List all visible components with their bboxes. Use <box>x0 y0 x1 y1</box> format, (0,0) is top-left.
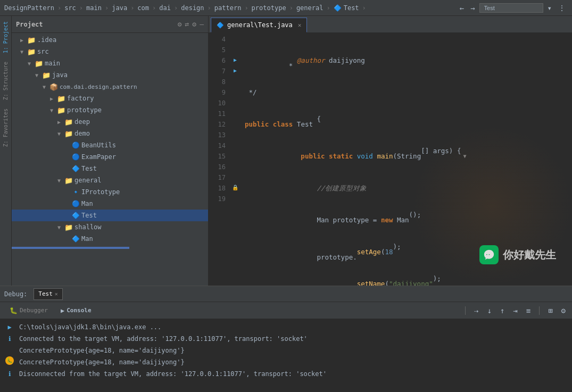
tree-item-factory[interactable]: ▶ 📁 factory <box>12 93 208 104</box>
console-line-output2: 🐛 ConcretePrototype{age=18, name='daijiy… <box>4 356 568 368</box>
debug-label: Debug: <box>4 290 27 298</box>
tree-item-src[interactable]: ▼ 📁 src <box>12 46 208 57</box>
eval-icon[interactable]: ≡ <box>524 305 533 316</box>
debug-tab-close[interactable]: ✕ <box>55 291 58 297</box>
toolbar-separator <box>465 306 466 315</box>
settings-icon[interactable]: ⚙ <box>559 305 568 316</box>
code-line-7: public static void main(String[] args) {… <box>241 151 572 162</box>
breadcrumb-src[interactable]: src <box>64 4 76 12</box>
nav-back-icon[interactable]: ← <box>458 4 466 12</box>
run-gutter-icon[interactable]: ▶ <box>234 57 237 63</box>
breadcrumb-test[interactable]: Test <box>344 4 359 12</box>
editor-tab-bar: 🔷 general\Test.java ✕ <box>209 16 572 33</box>
package-icon: 📦 <box>49 83 58 91</box>
breadcrumb-general[interactable]: general <box>296 4 324 12</box>
side-tab-panel: 1: Project Z: Structure Z: Favorites <box>0 16 12 286</box>
step-over-icon[interactable]: ⇢ <box>472 305 480 316</box>
gutter-4 <box>230 33 241 44</box>
annotation: @author <box>297 55 325 66</box>
tree-item-general[interactable]: ▼ 📁 general <box>12 174 208 186</box>
method-main: main <box>377 151 393 162</box>
tree-item-deep[interactable]: ▶ 📁 deep <box>12 116 208 128</box>
tab-close-button[interactable]: ✕ <box>298 22 302 29</box>
subtab-debugger-label: Debugger <box>20 307 48 314</box>
run-gutter-icon[interactable]: ▶ <box>234 68 237 73</box>
tree-item-test-demo[interactable]: 🔷 Test <box>12 163 208 174</box>
minimize-icon[interactable]: — <box>200 20 204 28</box>
gutter-9 <box>230 86 241 97</box>
breadcrumb-com[interactable]: com <box>137 4 149 12</box>
gear-icon[interactable]: ⚙ <box>178 20 182 28</box>
connected-icon: ℹ <box>9 333 11 345</box>
folder-icon: 📁 <box>57 106 65 114</box>
tab-label: general\Test.java <box>227 21 293 29</box>
gutter-8 <box>230 76 241 86</box>
tree-item-test-general[interactable]: 🔷 Test <box>12 210 208 221</box>
tree-item-main[interactable]: ▼ 📁 main <box>12 57 208 69</box>
tree-item-java[interactable]: ▼ 📁 java <box>12 69 208 81</box>
tree-label: src <box>37 48 49 55</box>
tree-item-man[interactable]: 🔵 Man <box>12 198 208 210</box>
tree-progress-bar <box>12 247 129 249</box>
classname: Man <box>317 215 329 226</box>
breadcrumb-prototype[interactable]: prototype <box>252 4 286 12</box>
sync-icon[interactable]: ⇄ <box>185 20 189 28</box>
sidebar-item-project[interactable]: 1: Project <box>2 18 10 56</box>
author-value: daijiyong <box>329 55 365 66</box>
class-icon: 🔵 <box>72 141 80 149</box>
tree-item-idea[interactable]: ▶ 📁 .idea <box>12 34 208 46</box>
tree-label: Test <box>81 212 97 219</box>
dropdown-icon[interactable]: ▾ <box>545 4 554 12</box>
editor-tab-test[interactable]: 🔷 general\Test.java ✕ <box>211 18 307 32</box>
sidebar-item-structure[interactable]: Z: Structure <box>2 59 10 103</box>
breadcrumb-main[interactable]: main <box>86 4 102 12</box>
run-cursor-icon[interactable]: ⇥ <box>511 305 519 316</box>
arrow-icon: ▶ <box>57 119 63 125</box>
disconnect-icon: ℹ <box>9 368 11 380</box>
console-text-output2: ConcretePrototype{age=18, name='daijiyon… <box>19 356 185 368</box>
step-out-icon[interactable]: ↑ <box>498 305 507 316</box>
line-num-15: 15 <box>209 151 226 162</box>
tree-item-iprototype[interactable]: 🔹 IPrototype <box>12 186 208 198</box>
restore-layout-icon[interactable]: ⊞ <box>546 305 554 316</box>
more-icon[interactable]: ⋮ <box>556 4 568 12</box>
subtab-console[interactable]: ▶ Console <box>55 306 97 315</box>
project-panel-title: Project <box>16 21 43 28</box>
breadcrumb-dai[interactable]: dai <box>159 4 171 12</box>
breadcrumb-designpattern[interactable]: DesignPattern <box>4 4 54 12</box>
search-input[interactable] <box>479 3 543 13</box>
toolbar-separator2 <box>539 306 540 315</box>
debug-tab-test[interactable]: Test ✕ <box>34 288 63 300</box>
code-line-5: */ <box>241 87 572 98</box>
code-line-4: * @author daijiyong <box>241 55 572 66</box>
breadcrumb-design[interactable]: design <box>181 4 204 12</box>
debug-tab-bar: Debug: Test ✕ <box>0 286 572 302</box>
arrow-icon: ▼ <box>20 49 26 55</box>
breadcrumb-pattern[interactable]: pattern <box>214 4 242 12</box>
gutter-16 <box>230 161 241 171</box>
code-line-8: //创建原型对象 <box>241 183 572 194</box>
keyword: void <box>357 151 373 162</box>
arrow-icon: ▼ <box>35 72 40 78</box>
breadcrumb-java[interactable]: java <box>112 4 127 12</box>
tree-label: general <box>74 177 102 184</box>
settings2-icon[interactable]: ⚙ <box>192 20 196 28</box>
collapse-icon[interactable]: ▼ <box>463 151 466 162</box>
tree-item-shallow[interactable]: ▼ 📁 shallow <box>12 221 208 233</box>
subtab-debugger[interactable]: 🐛 Debugger <box>4 306 53 315</box>
keyword-public: public <box>245 119 269 130</box>
sidebar-item-favorites[interactable]: Z: Favorites <box>2 105 10 150</box>
line-num-16: 16 <box>209 162 226 172</box>
tree-item-package[interactable]: ▼ 📦 com.dai.design.pattern <box>12 81 208 93</box>
step-into-icon[interactable]: ↓ <box>485 305 493 316</box>
tree-item-demo[interactable]: ▼ 📁 demo <box>12 128 208 139</box>
folder-icon: 📁 <box>27 36 36 44</box>
tree-item-beanutils[interactable]: 🔵 BeanUtils <box>12 139 208 151</box>
number: 18 <box>385 247 393 257</box>
console-icon: ▶ <box>61 307 64 314</box>
nav-forward-icon[interactable]: → <box>468 4 477 12</box>
tree-item-man-shallow[interactable]: 🔷 Man <box>12 233 208 245</box>
tree-item-exampaper[interactable]: 🔵 ExamPaper <box>12 151 208 163</box>
editor-area: 🔷 general\Test.java ✕ 4 5 6 7 8 9 10 11 … <box>209 16 572 286</box>
tree-item-prototype[interactable]: ▼ 📁 prototype <box>12 104 208 116</box>
